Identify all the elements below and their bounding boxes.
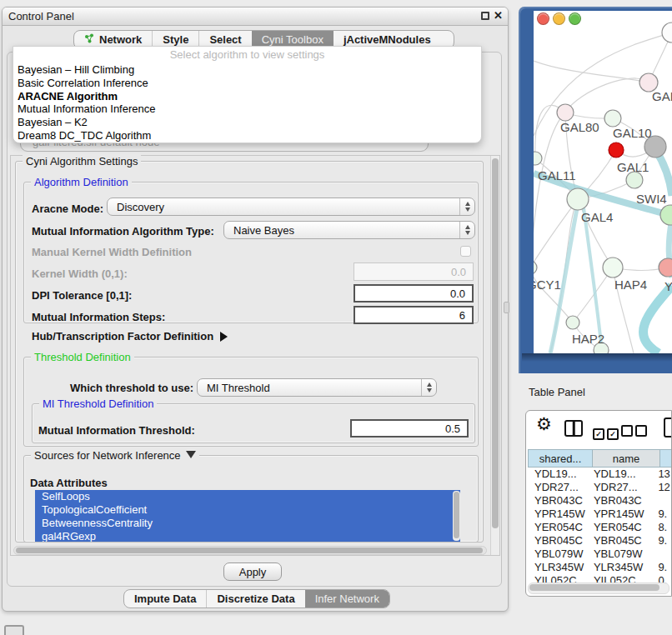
new-column-icon[interactable] — [664, 418, 672, 438]
network-node[interactable] — [567, 188, 589, 210]
algorithm-option[interactable]: Dream8 DC_TDC Algorithm — [13, 129, 481, 142]
collapsed-panel-button[interactable] — [4, 625, 24, 635]
algorithm-option[interactable]: Basic Correlation Inference — [13, 77, 481, 90]
sources-title[interactable]: Sources for Network Inference — [31, 449, 199, 462]
network-node-label: GAL10 — [613, 126, 652, 140]
table-cell: YDR27... — [528, 481, 590, 494]
manual-kernel-width-label: Manual Kernel Width Definition — [32, 246, 192, 258]
table-row[interactable]: YBR043CYBR043C — [528, 494, 672, 508]
network-node-label: GAL1 — [617, 160, 649, 174]
split-pane-divider-handle[interactable] — [504, 302, 509, 313]
column-layout-icon[interactable] — [564, 420, 583, 437]
tab-discretize-data[interactable]: Discretize Data — [206, 590, 304, 608]
tab-impute-data[interactable]: Impute Data — [124, 590, 206, 608]
attributes-scrollbar-thumb[interactable] — [454, 492, 459, 538]
table-row[interactable]: YER054CYER054C8. — [528, 521, 672, 534]
column-header-name[interactable]: name — [593, 449, 660, 468]
aracne-mode-label: Aracne Mode: — [32, 202, 103, 215]
network-node[interactable] — [660, 205, 672, 225]
float-window-icon[interactable] — [481, 12, 489, 20]
deselect-all-icon[interactable] — [621, 425, 649, 440]
stepper-icon — [421, 379, 436, 396]
mi-threshold-field[interactable] — [350, 419, 469, 438]
table-cell: 9. — [652, 534, 672, 548]
data-attributes-label: Data Attributes — [30, 477, 108, 489]
algorithm-dropdown-list: Bayesian – Hill ClimbingBasic Correlatio… — [13, 63, 481, 142]
network-canvas[interactable]: GALGAL80GAL10GAL11GAL1SWI4GAL4GCY1HAP4YH… — [534, 11, 672, 353]
attribute-item[interactable]: gal4RGexp — [35, 530, 460, 542]
vertical-scrollbar-thumb[interactable] — [492, 158, 499, 528]
algorithm-option[interactable]: Mutual Information Inference — [13, 102, 481, 116]
table-cell: YBR045C — [528, 534, 590, 548]
attribute-item[interactable]: SelfLoops — [35, 490, 460, 503]
table-row[interactable]: YLR345WYLR345W9. — [528, 561, 672, 574]
network-node[interactable] — [659, 258, 672, 277]
mi-algorithm-type-combobox[interactable]: Naive Bayes — [223, 221, 475, 239]
manual-kernel-width-checkbox[interactable] — [460, 246, 471, 257]
column-header-cut[interactable] — [660, 449, 672, 468]
algorithm-definition-title: Algorithm Definition — [31, 176, 132, 188]
kernel-width-field[interactable] — [354, 262, 474, 281]
table-cell: YDL19... — [590, 468, 652, 481]
control-panel-titlebar — [3, 8, 508, 26]
table-panel-title: Table Panel — [529, 386, 585, 398]
table-cell: YBL079W — [590, 548, 652, 561]
table-cell: YPR145W — [528, 508, 590, 521]
network-node[interactable] — [534, 152, 542, 165]
close-window-icon[interactable]: ✕ — [494, 9, 503, 22]
table-row[interactable]: YPR145WYPR145W9. — [528, 508, 672, 521]
algorithm-option[interactable]: ARACNE Algorithm — [13, 90, 481, 103]
network-node[interactable] — [534, 261, 537, 274]
data-attributes-list[interactable]: SelfLoopsTopologicalCoefficientBetweenne… — [35, 490, 460, 542]
attribute-item[interactable]: TopologicalCoefficient — [35, 503, 460, 517]
network-node-label: GAL — [652, 89, 672, 103]
network-icon — [84, 33, 94, 46]
network-edge — [644, 286, 672, 353]
network-node[interactable] — [557, 104, 574, 121]
aracne-mode-combobox[interactable]: Discovery — [107, 198, 475, 216]
select-all-icon[interactable]: ✓✓ — [593, 425, 621, 440]
network-node-label: HAP4 — [614, 278, 647, 292]
table-cell: 8. — [652, 521, 672, 534]
stepper-icon — [459, 198, 474, 215]
apply-button[interactable]: Apply — [223, 562, 282, 581]
column-header-shared[interactable]: shared... — [528, 449, 593, 468]
which-threshold-combobox[interactable]: MI Threshold — [197, 378, 437, 397]
table-row[interactable]: YBL079WYBL079W — [528, 548, 672, 561]
network-node[interactable] — [604, 110, 621, 127]
network-edge — [534, 112, 565, 268]
network-edge — [565, 78, 649, 112]
table-horizontal-scrollbar-thumb[interactable] — [529, 584, 659, 591]
table-row[interactable]: YDL19...YDL19...13 — [528, 468, 672, 481]
algorithm-option[interactable]: Bayesian – Hill Climbing — [13, 63, 481, 77]
network-node[interactable] — [626, 172, 643, 188]
dpi-tolerance-field[interactable] — [354, 284, 474, 302]
which-threshold-label: Which threshold to use: — [70, 382, 193, 394]
table-cell: YDL19... — [528, 468, 590, 481]
hub-section-toggle[interactable]: Hub/Transcription Factor Definition — [32, 330, 228, 342]
network-node[interactable] — [609, 142, 624, 158]
mi-steps-field[interactable] — [354, 306, 474, 324]
network-node[interactable] — [566, 316, 579, 329]
horizontal-scrollbar-thumb[interactable] — [16, 548, 483, 553]
gear-icon[interactable]: ⚙ — [536, 414, 552, 434]
network-node-label: SWI4 — [636, 192, 667, 206]
table-cell: 9. — [652, 561, 672, 574]
table-row[interactable]: YDR27...YDR27...12 — [528, 481, 672, 494]
threshold-definition-title: Threshold Definition — [31, 351, 134, 363]
table-cell: 9. — [652, 508, 672, 521]
table-cell: 13 — [652, 468, 672, 481]
control-panel-title: Control Panel — [8, 10, 74, 22]
algorithm-option[interactable]: Bayesian – K2 — [13, 116, 481, 129]
mi-threshold-definition-title: MI Threshold Definition — [39, 398, 157, 410]
attribute-item[interactable]: BetweennessCentrality — [35, 517, 460, 530]
network-node-label: GAL80 — [560, 120, 599, 134]
table-cell: YBR043C — [590, 494, 652, 508]
network-node-label: GAL11 — [538, 168, 576, 182]
network-node[interactable] — [662, 22, 672, 42]
network-node[interactable] — [603, 258, 623, 278]
table-cell: YPR145W — [590, 508, 652, 521]
tab-infer-network[interactable]: Infer Network — [305, 590, 389, 608]
mi-steps-label: Mutual Information Steps: — [32, 311, 165, 323]
table-row[interactable]: YBR045CYBR045C9. — [528, 534, 672, 548]
